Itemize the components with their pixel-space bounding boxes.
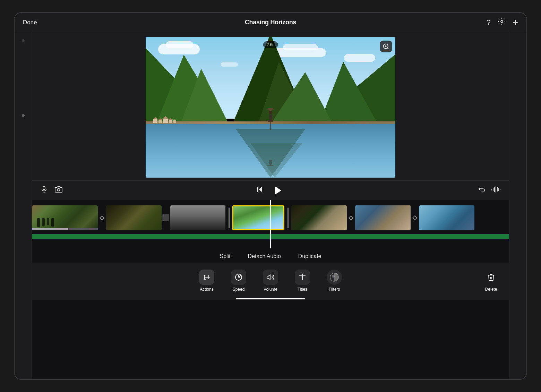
titles-label: Titles bbox=[298, 287, 307, 292]
add-icon[interactable]: + bbox=[513, 17, 518, 28]
transition-end[interactable] bbox=[225, 205, 232, 230]
duplicate-button[interactable]: Duplicate bbox=[298, 253, 321, 259]
svg-point-8 bbox=[57, 188, 60, 191]
actions-tool[interactable]: Actions bbox=[191, 267, 223, 295]
svg-line-2 bbox=[387, 48, 389, 49]
playback-left bbox=[40, 186, 62, 195]
svg-marker-11 bbox=[275, 186, 282, 195]
actions-icon bbox=[199, 270, 214, 285]
svg-rect-10 bbox=[257, 187, 258, 192]
svg-point-0 bbox=[501, 20, 503, 23]
left-sidebar bbox=[15, 32, 32, 379]
bottom-toolbar: Actions Speed bbox=[32, 263, 509, 298]
mic-icon[interactable] bbox=[40, 186, 48, 195]
svg-line-29 bbox=[239, 275, 241, 277]
sidebar-indicator-active bbox=[22, 114, 25, 117]
timestamp-badge: 2.6s bbox=[263, 41, 278, 48]
timeline-clip-5[interactable] bbox=[291, 205, 347, 230]
svg-point-34 bbox=[332, 275, 335, 278]
skip-back-icon[interactable] bbox=[256, 185, 264, 196]
svg-marker-20 bbox=[349, 216, 353, 220]
speed-tool[interactable]: Speed bbox=[223, 267, 255, 295]
transition-1[interactable] bbox=[98, 205, 106, 230]
timeline: ⬛ bbox=[32, 200, 509, 248]
context-menu: Split Detach Audio Duplicate bbox=[32, 248, 509, 263]
indicator-bar bbox=[236, 298, 305, 299]
timeline-clip-4-selected[interactable] bbox=[232, 205, 284, 230]
audio-wave-icon[interactable] bbox=[491, 186, 501, 195]
filters-label: Filters bbox=[329, 287, 340, 292]
done-button[interactable]: Done bbox=[23, 19, 37, 26]
timeline-clip-2[interactable] bbox=[106, 205, 162, 230]
zoom-button[interactable] bbox=[380, 41, 392, 52]
toolbar-items: Actions Speed bbox=[191, 267, 350, 295]
device-frame: Done Chasing Horizons ? + bbox=[14, 12, 527, 380]
sidebar-indicator bbox=[22, 39, 25, 42]
undo-icon[interactable] bbox=[478, 186, 486, 195]
timeline-clip-7[interactable] bbox=[419, 205, 474, 230]
header-left: Done bbox=[23, 19, 37, 26]
volume-icon bbox=[263, 270, 278, 285]
filters-tool[interactable]: Filters bbox=[318, 267, 350, 295]
video-preview: 2.6s bbox=[146, 37, 395, 178]
speed-icon bbox=[231, 270, 246, 285]
transition-right[interactable] bbox=[284, 205, 291, 230]
delete-icon bbox=[483, 270, 499, 285]
camera-icon[interactable] bbox=[55, 186, 62, 195]
play-button[interactable] bbox=[271, 183, 285, 198]
actions-label: Actions bbox=[200, 287, 213, 292]
volume-tool[interactable]: Volume bbox=[255, 267, 286, 295]
svg-marker-19 bbox=[100, 216, 104, 220]
transition-4[interactable] bbox=[411, 205, 419, 230]
delete-button[interactable]: Delete bbox=[483, 270, 499, 292]
svg-marker-9 bbox=[259, 187, 262, 192]
playback-bar bbox=[32, 180, 509, 200]
transition-3[interactable] bbox=[347, 205, 355, 230]
speed-label: Speed bbox=[233, 287, 245, 292]
svg-marker-30 bbox=[267, 275, 270, 280]
transition-2[interactable]: ⬛ bbox=[162, 205, 170, 230]
playback-center bbox=[256, 183, 285, 198]
svg-marker-21 bbox=[413, 216, 417, 220]
project-title: Chasing Horizons bbox=[245, 19, 296, 26]
audio-track bbox=[32, 234, 509, 239]
delete-label: Delete bbox=[485, 287, 497, 292]
detach-audio-button[interactable]: Detach Audio bbox=[248, 253, 281, 259]
home-indicator bbox=[32, 298, 509, 300]
timeline-clip-6[interactable] bbox=[355, 205, 411, 230]
volume-label: Volume bbox=[264, 287, 277, 292]
header: Done Chasing Horizons ? + bbox=[15, 13, 526, 32]
titles-tool[interactable]: Titles bbox=[286, 267, 318, 295]
right-sidebar bbox=[509, 32, 526, 379]
playback-right bbox=[478, 186, 501, 195]
timeline-clip-1[interactable] bbox=[32, 205, 98, 230]
titles-icon bbox=[295, 270, 310, 285]
split-button[interactable]: Split bbox=[220, 253, 230, 259]
help-icon[interactable]: ? bbox=[487, 18, 491, 27]
settings-icon[interactable] bbox=[498, 17, 506, 28]
header-right: ? + bbox=[487, 17, 518, 28]
svg-rect-5 bbox=[43, 186, 45, 189]
filters-icon bbox=[327, 270, 342, 285]
timeline-clip-3[interactable] bbox=[170, 205, 225, 230]
